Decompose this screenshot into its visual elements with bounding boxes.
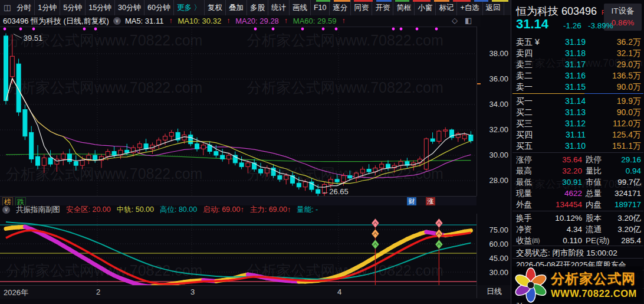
stat-value: 29.16 (621, 154, 641, 165)
toolbar-item-0[interactable]: 分时 (14, 0, 35, 15)
stat-value: 189717 (615, 199, 641, 210)
toolbar-item-13[interactable]: 逐分 (330, 0, 351, 15)
color-strip (434, 0, 449, 2)
info-value: 3.20亿 (617, 224, 641, 235)
order-price[interactable]: 31.18 (547, 48, 586, 59)
indicator-tick: 60.00 (489, 240, 508, 249)
toolbar-item-11[interactable]: 画线 (290, 0, 311, 15)
toolbar: ◫ 分时1分钟5分钟15分钟30分钟60分钟更多 〉复权叠加多股统计画线F10逐… (0, 0, 511, 16)
order-price[interactable]: 31.19 (547, 37, 586, 48)
toolbar-item-3[interactable]: 15分钟 (86, 0, 115, 15)
order-price[interactable]: 31.13 (547, 107, 586, 118)
order-price[interactable]: 31.17 (547, 59, 586, 70)
low-annotation: ←26.65 (321, 187, 349, 196)
stat-row-4: 外盘134454内盘189717 (511, 199, 644, 210)
stock-code: 603496 (561, 5, 597, 17)
toolbar-item-15[interactable]: 开资 (372, 0, 393, 15)
logo-text: 分析家公式网 (551, 270, 637, 288)
price-tick: 30.00 (489, 151, 508, 159)
order-price[interactable]: 31.12 (547, 118, 586, 129)
color-strip (316, 0, 330, 2)
color-strip (395, 0, 409, 2)
orderbook-divider (512, 93, 643, 94)
stat-label: 跌停 (586, 154, 602, 165)
sell-row-5: 卖五 ¥31.1936.2万 (511, 37, 644, 48)
indicator-param-5: 量能: - (297, 205, 318, 215)
order-volume: 19.9万 (617, 96, 641, 107)
toolbar-item-17[interactable]: 小窗 (415, 0, 436, 15)
order-volume: 32.1万 (617, 48, 641, 59)
toolbar-item-12[interactable]: F10 (311, 0, 330, 15)
ma-values: MA5: 31.11↑MA10: 30.32↑MA20: 29.28↑MA60:… (125, 17, 346, 25)
toolbar-item-20[interactable]: 返回 (483, 0, 504, 15)
toolbar-item-7[interactable]: 复权 (205, 0, 226, 15)
sell-row-4: 卖四31.1832.1万 (511, 48, 644, 59)
stat-label: 市值 (586, 176, 602, 188)
flag-badge-0[interactable]: 财 (407, 197, 416, 205)
chevron-down-icon[interactable]: ∨ (113, 17, 121, 25)
indicator-param-1: 中轨: 50.00 (117, 205, 154, 215)
toolbar-item-14[interactable]: 同资 (351, 0, 372, 15)
info-label: 换手 (516, 213, 532, 224)
toolbar-item-19[interactable]: +自选 (457, 0, 482, 15)
stat-label: 内盘 (586, 199, 602, 210)
order-volume: 36.2万 (617, 37, 641, 48)
indicator-sub-chart[interactable] (0, 214, 477, 285)
order-price[interactable]: 31.16 (547, 70, 586, 81)
toolbar-item-5[interactable]: 60分钟 (144, 0, 174, 15)
color-strip (413, 0, 431, 2)
color-strip (376, 0, 392, 2)
diamond-icon[interactable]: ◇ (452, 16, 458, 25)
ma-label-1: MA10: 30.32 (178, 17, 221, 25)
toolbar-item-16[interactable]: 简框 (393, 0, 415, 15)
time-label-0: 2026年 (4, 287, 28, 298)
toolbar-item-6[interactable]: 更多 〉 (174, 0, 205, 15)
stat-label: 外盘 (516, 199, 532, 210)
stat-row-1: 最高32.20量比0.94 (511, 165, 644, 176)
toolbar-item-18[interactable]: 标记 (436, 0, 457, 15)
order-price[interactable]: 31.11 (547, 129, 586, 140)
stat-label: 最低 (516, 176, 532, 188)
ma-label-3: MA60: 29.59 (293, 17, 337, 25)
up-arrow-icon: ↑ (342, 17, 346, 25)
stock-name: 恒为科技 (516, 5, 558, 17)
price-change-pct: -3.89% (588, 21, 613, 30)
info-value: 285.4 (621, 235, 641, 246)
trade-status: 交易状态: 闭市阶段 15:00:02 (516, 248, 642, 259)
toolbar-item-10[interactable]: 统计 (268, 0, 290, 15)
time-label-2: 3 (190, 287, 195, 296)
chevron-down-icon[interactable]: ∨ (2, 206, 10, 214)
order-price[interactable]: 31.15 (547, 81, 586, 93)
toolbar-item-9[interactable]: 多股 (247, 0, 268, 15)
period-selector[interactable]: 日线 (477, 285, 511, 298)
main-candlestick-chart[interactable]: 39.51←26.65 (0, 27, 477, 197)
toolbar-item-2[interactable]: 5分钟 (60, 0, 86, 15)
order-price[interactable]: 31.14 (547, 96, 586, 107)
info-row-0: 换手10.12%股本3.20亿 (511, 213, 644, 224)
info-value: 0.110 (537, 235, 582, 246)
order-price[interactable]: 31.10 (547, 140, 586, 152)
indicator-param-4: 主力: 69.00↑ (250, 205, 291, 215)
price-tick: 34.00 (489, 100, 508, 109)
divider (512, 152, 643, 153)
info-value: 10.12% (537, 213, 582, 224)
buy-row-4: 买四31.11125.4万 (511, 129, 644, 140)
time-label-1: 2 (96, 287, 100, 296)
toolbar-item-1[interactable]: 1分钟 (35, 0, 60, 15)
pane-toggle-icon[interactable]: ◧ (465, 16, 472, 25)
ma-label-2: MA20: 29.28 (235, 17, 279, 25)
stat-label: 总量 (586, 188, 602, 199)
price-tick: 32.00 (489, 125, 508, 134)
stat-label: 最高 (516, 165, 532, 176)
layout-icon[interactable]: ◫ (0, 0, 14, 15)
order-label: 卖五 ¥ (516, 37, 540, 48)
stat-row-0: 涨停35.64跌停29.16 (511, 154, 644, 165)
toolbar-item-8[interactable]: 叠加 (226, 0, 247, 15)
indicator-param-2: 高位: 80.00 (160, 205, 197, 215)
stat-label: 涨停 (516, 154, 532, 165)
flag-badge-1[interactable]: 涨 (426, 197, 435, 205)
indicator-tick: 75.00 (489, 225, 508, 234)
info-label: PE(动) (586, 235, 610, 246)
buy-row-1: 买一31.1419.9万 (511, 96, 644, 107)
toolbar-item-4[interactable]: 30分钟 (115, 0, 144, 15)
